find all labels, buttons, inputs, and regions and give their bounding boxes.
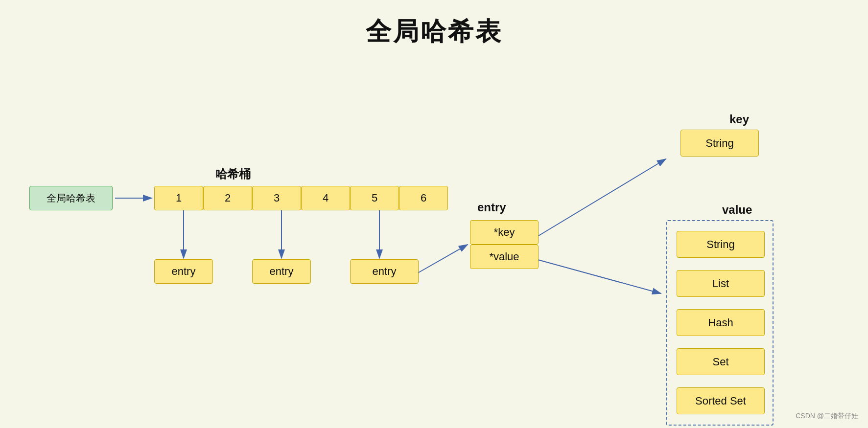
watermark: CSDN @二婚带仔娃 xyxy=(796,412,858,421)
value-sorted-set-box: Sorted Set xyxy=(677,387,765,414)
entry-key-field: *key xyxy=(470,220,539,245)
bucket-cell-6: 6 xyxy=(399,186,448,210)
key-label: key xyxy=(729,113,749,126)
entry-box-1: entry xyxy=(154,259,213,284)
svg-line-7 xyxy=(536,259,661,293)
bucket-cell-1: 1 xyxy=(154,186,203,210)
value-hash-box: Hash xyxy=(677,309,765,336)
hash-buckets-label: 哈希桶 xyxy=(215,166,251,182)
svg-line-6 xyxy=(536,159,666,237)
value-string-box: String xyxy=(677,231,765,258)
svg-line-5 xyxy=(416,245,468,274)
bucket-cell-4: 4 xyxy=(301,186,350,210)
key-string-box: String xyxy=(680,130,759,157)
entry-detail-label: entry xyxy=(477,201,506,214)
entry-box-6: entry xyxy=(350,259,419,284)
bucket-cell-2: 2 xyxy=(203,186,252,210)
global-hash-table-box: 全局哈希表 xyxy=(29,186,113,210)
bucket-cell-5: 5 xyxy=(350,186,399,210)
entry-box-3: entry xyxy=(252,259,311,284)
entry-value-field: *value xyxy=(470,245,539,269)
page-title: 全局哈希表 xyxy=(0,0,868,49)
value-label: value xyxy=(722,203,752,217)
value-types-container: String List Hash Set Sorted Set xyxy=(666,220,774,426)
value-list-box: List xyxy=(677,270,765,297)
value-set-box: Set xyxy=(677,348,765,375)
bucket-cell-3: 3 xyxy=(252,186,301,210)
